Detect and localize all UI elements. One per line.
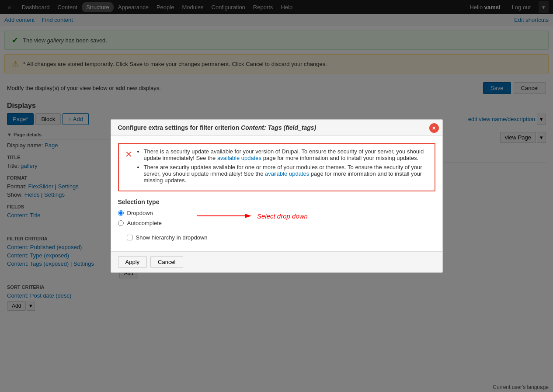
selection-type-title: Selection type [118,198,435,205]
dropdown-label: Dropdown [127,210,153,216]
cancel-modal-button[interactable]: Cancel [150,256,183,268]
modal-close-button[interactable]: × [429,123,439,133]
annotation-arrow [197,209,254,222]
svg-marker-1 [245,214,251,218]
error-content: There is a security update available for… [137,148,428,186]
dropdown-radio-row: Dropdown [118,210,162,216]
autocomplete-radio-row: Autocomplete [118,220,162,226]
available-link[interactable]: available [265,170,287,177]
hierarchy-checkbox[interactable] [127,235,132,240]
modal-dialog: Configure extra settings for filter crit… [111,119,443,273]
error-item-1: There is a security update available for… [144,148,428,161]
annotation-text: Select drop down [257,212,308,220]
error-icon: ✕ [125,149,132,160]
modal-title: Configure extra settings for filter crit… [118,124,316,131]
autocomplete-radio[interactable] [118,220,124,226]
dropdown-radio[interactable] [118,210,124,216]
error-item-2: There are security updates available for… [144,164,428,184]
autocomplete-label: Autocomplete [127,220,162,226]
modal-header: Configure extra settings for filter crit… [111,120,442,136]
modal-body: ✕ There is a security update available f… [111,136,442,251]
error-box: ✕ There is a security update available f… [118,143,435,191]
hierarchy-label: Show hierarchy in dropdown [136,234,208,241]
updates-link[interactable]: updates [289,170,309,177]
hierarchy-checkbox-row: Show hierarchy in dropdown [127,234,208,241]
modal-footer: Apply Cancel [111,251,442,272]
available-updates-link-1[interactable]: available updates [217,155,261,161]
modal-overlay[interactable]: Configure extra settings for filter crit… [0,0,553,321]
apply-button[interactable]: Apply [118,256,147,268]
